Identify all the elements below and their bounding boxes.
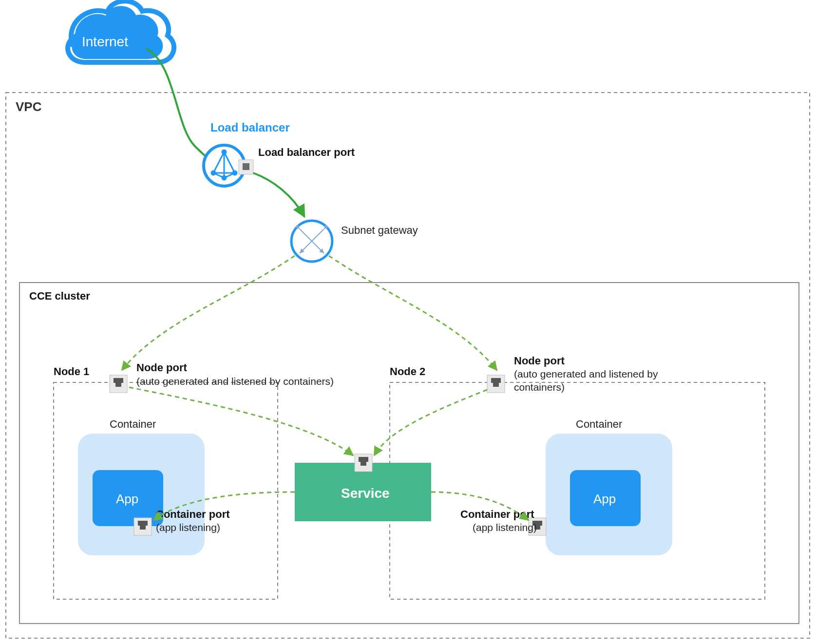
- service-label: Service: [341, 486, 390, 501]
- node1-app-label: App: [116, 492, 138, 506]
- lb-port-label: Load balancer port: [258, 146, 355, 158]
- gateway-label: Subnet gateway: [341, 224, 418, 236]
- svg-point-4: [222, 176, 226, 180]
- node2-container-title: Container: [576, 418, 622, 430]
- service-port-icon: [355, 454, 372, 472]
- edge-lb-to-gateway: [253, 173, 304, 217]
- cluster-title: CCE cluster: [29, 290, 90, 302]
- node2-app-label: App: [593, 492, 616, 506]
- svg-point-3: [222, 150, 226, 154]
- edge-internet-to-lb: [146, 49, 217, 163]
- subnet-gateway: Subnet gateway: [291, 221, 418, 262]
- svg-rect-6: [243, 163, 249, 170]
- internet-label: Internet: [82, 34, 128, 49]
- load-balancer: Load balancer Load balancer port: [204, 121, 355, 186]
- node1-cport-hint: (app listening): [156, 522, 220, 533]
- node2-port-icon: [487, 375, 505, 393]
- vpc-title: VPC: [16, 99, 42, 114]
- node1-port-icon: [110, 375, 127, 393]
- node1-port-hint: (auto generated and listened by containe…: [136, 376, 334, 387]
- node2-port-label: Node port: [514, 355, 565, 367]
- node2-cport-hint: (app listening): [473, 522, 537, 533]
- service-box: Service: [295, 454, 431, 521]
- node2-port-hint2: containers): [514, 381, 565, 393]
- node1-cport-label: Container port: [156, 508, 230, 520]
- node1-container-port-icon: [134, 518, 152, 535]
- edge-gateway-to-node2: [329, 256, 497, 370]
- node2-title: Node 2: [390, 365, 425, 378]
- node2-cport-label: Container port: [460, 508, 534, 520]
- node-2: Node 2 Node port (auto generated and lis…: [390, 355, 765, 599]
- lb-port-icon: [239, 160, 253, 174]
- lb-title: Load balancer: [210, 121, 290, 134]
- edge-gateway-to-node1: [122, 256, 295, 370]
- svg-point-2: [233, 171, 237, 175]
- node1-container-title: Container: [110, 418, 156, 430]
- node2-port-hint1: (auto generated and listened by: [514, 368, 658, 379]
- edge-node2port-to-service: [374, 390, 487, 455]
- internet-cloud: Internet: [68, 1, 174, 62]
- svg-point-1: [211, 171, 215, 175]
- node-1: Node 1 Node port (auto generated and lis…: [54, 361, 334, 599]
- node1-port-label: Node port: [136, 361, 188, 374]
- node1-title: Node 1: [54, 365, 89, 378]
